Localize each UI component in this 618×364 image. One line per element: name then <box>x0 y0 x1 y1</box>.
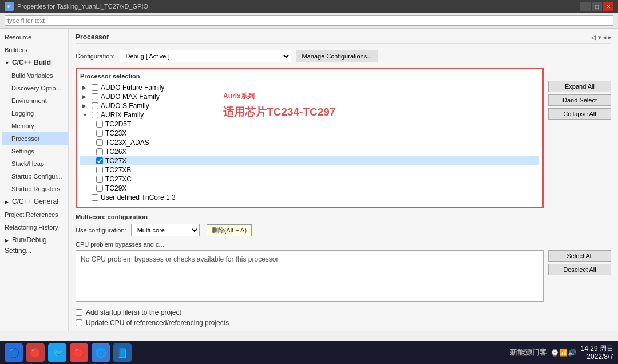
use-config-select[interactable]: Multi-core <box>131 224 200 236</box>
proc-user-defined-1-3-1[interactable]: User defined TriCore 1.3.1 <box>80 202 539 203</box>
update-cpu-checkbox[interactable] <box>76 319 82 326</box>
sidebar-item-cpp-build[interactable]: ▼ C/C++ Build <box>0 56 68 69</box>
sidebar-item-refactoring-history[interactable]: Refactoring History <box>0 221 68 234</box>
minimize-button[interactable]: — <box>580 2 591 11</box>
manage-configurations-button[interactable]: Manage Configurations... <box>296 50 379 62</box>
audo-max-checkbox[interactable] <box>92 93 98 100</box>
bottom-checkboxes: Add startup file(s) to the project Updat… <box>76 308 611 327</box>
add-startup-checkbox[interactable] <box>76 309 82 316</box>
filter-input[interactable] <box>5 15 613 26</box>
config-select[interactable]: Debug [ Active ] <box>120 50 291 62</box>
taskbar-btn-3[interactable]: 🐦 <box>48 343 66 362</box>
sidebar-item-resource[interactable]: Resource <box>0 31 68 43</box>
tc27xc-checkbox[interactable] <box>96 176 103 183</box>
cpp-build-group: Build Variables Discovery Optio... Envir… <box>0 69 68 195</box>
tc23x-checkbox[interactable] <box>96 130 103 137</box>
delete-tooltip: 删除(Alt + A) <box>207 224 252 236</box>
proc-tc27xb[interactable]: TC27XB <box>80 165 539 175</box>
cpu-problem-box: No CPU problem bypasses or checks availa… <box>76 250 544 302</box>
audo-max-label: AUDO MAX Family <box>101 93 160 101</box>
aurix-label: AURIX Family <box>101 111 144 119</box>
sidebar-item-processor[interactable]: Processor <box>2 132 68 145</box>
sidebar-item-environment[interactable]: Environment <box>2 94 68 107</box>
sidebar-item-startup-config[interactable]: Startup Configur... <box>2 170 68 183</box>
tc27x-checkbox[interactable] <box>96 157 103 164</box>
taskbar-btn-5[interactable]: 🌐 <box>92 343 110 362</box>
audo-s-checkbox[interactable] <box>92 102 98 109</box>
proc-user-defined-1-3[interactable]: User defined TriCore 1.3 <box>80 193 539 202</box>
prev-icon[interactable]: ◂ <box>603 34 606 41</box>
processor-side-buttons: Expand All Dand Select Collapse All <box>548 68 611 213</box>
cpu-problem-label: CPU problem bypasses and c... <box>76 241 611 248</box>
tc2d5t-label: TC2D5T <box>105 120 131 128</box>
cpp-general-arrow: ▶ <box>5 197 10 207</box>
taskbar-btn-6[interactable]: 📘 <box>113 343 132 362</box>
tc2d5t-checkbox[interactable] <box>96 121 103 128</box>
tc27xc-label: TC27XC <box>105 175 132 183</box>
taskbar-btn-4[interactable]: 🔴 <box>70 343 88 362</box>
audo-future-checkbox[interactable] <box>92 84 98 91</box>
select-all-button[interactable]: Select All <box>548 250 611 262</box>
sidebar-item-settings[interactable]: Settings <box>2 145 68 157</box>
processor-panel-title: Processor selection <box>80 73 539 80</box>
tc27xb-checkbox[interactable] <box>96 167 103 173</box>
configuration-row: Configuration: Debug [ Active ] Manage C… <box>76 50 611 62</box>
expand-all-button[interactable]: Expand All <box>548 81 611 92</box>
cpp-build-label: C/C++ Build <box>12 58 51 66</box>
proc-family-audo-s[interactable]: ▶ AUDO S Family <box>80 101 539 110</box>
maximize-button[interactable]: □ <box>592 2 602 11</box>
taskbar-icons: ⌚📶🔊 <box>550 349 576 357</box>
proc-tc27xc[interactable]: TC27XC <box>80 175 539 184</box>
taskbar-btn-1[interactable]: 🔵 <box>5 343 23 362</box>
tc26x-checkbox[interactable] <box>96 148 103 155</box>
sidebar-item-startup-registers[interactable]: Startup Registers <box>2 183 68 195</box>
close-button[interactable]: ✕ <box>603 2 613 11</box>
toolbar <box>0 13 618 29</box>
taskbar-btn-2[interactable]: 🔴 <box>26 343 45 362</box>
sidebar-item-project-references[interactable]: Project References <box>0 208 68 221</box>
taskbar-watermark: 新能源门客 <box>510 347 547 358</box>
band-select-button[interactable]: Dand Select <box>548 94 611 106</box>
deselect-all-button[interactable]: Deselect All <box>548 264 611 275</box>
processor-panel: Processor selection ▶ AUDO Future Family… <box>76 68 544 208</box>
cpu-problem-text: No CPU problem bypasses or checks availa… <box>81 255 278 263</box>
sidebar-item-memory[interactable]: Memory <box>2 120 68 132</box>
proc-tc26x[interactable]: TC26X <box>80 147 539 156</box>
next-icon[interactable]: ▸ <box>608 34 611 41</box>
sidebar: Resource Builders ▼ C/C++ Build Build Va… <box>0 29 69 331</box>
proc-tc29x[interactable]: TC29X <box>80 184 539 193</box>
add-startup-row: Add startup file(s) to the project <box>76 308 611 316</box>
proc-tc2d5t[interactable]: TC2D5T <box>80 120 539 129</box>
run-debug-arrow: ▶ <box>5 235 10 246</box>
use-config-label: Use configuration: <box>76 227 126 234</box>
tc29x-checkbox[interactable] <box>96 185 103 192</box>
proc-tc23x[interactable]: TC23X <box>80 129 539 138</box>
collapse-all-button[interactable]: Collapse All <box>548 108 611 120</box>
sidebar-item-logging[interactable]: Logging <box>2 107 68 120</box>
user-1-3-checkbox[interactable] <box>92 194 98 201</box>
proc-family-audo-future[interactable]: ▶ AUDO Future Family <box>80 83 539 92</box>
sidebar-item-build-variables[interactable]: Build Variables <box>2 69 68 82</box>
aurix-checkbox[interactable] <box>92 112 98 118</box>
taskbar-time: 14:29 周日 2022/8/7 <box>581 345 613 361</box>
dropdown-icon[interactable]: ▾ <box>598 34 601 41</box>
taskbar-date-value: 2022/8/7 <box>581 353 613 361</box>
sidebar-item-cpp-general[interactable]: ▶ C/C++ General <box>0 195 68 208</box>
page-title: Processor <box>76 33 109 41</box>
back-icon[interactable]: ◁ <box>591 34 596 41</box>
sidebar-item-run-debug[interactable]: ▶ Run/Debug Setting... <box>0 234 68 257</box>
proc-family-audo-max[interactable]: ▶ AUDO MAX Family <box>80 92 539 101</box>
tc23x-adas-checkbox[interactable] <box>96 139 103 146</box>
proc-tc27x[interactable]: TC27X <box>80 156 539 165</box>
update-cpu-row: Update CPU of referenced/referencing pro… <box>76 319 611 327</box>
cpp-general-label: C/C++ General <box>12 197 58 205</box>
sidebar-item-builders[interactable]: Builders <box>0 43 68 56</box>
multicore-title: Multi-core configuration <box>76 213 611 220</box>
processor-panel-wrapper: Processor selection ▶ AUDO Future Family… <box>76 68 611 213</box>
sidebar-item-stack-heap[interactable]: Stack/Heap <box>2 157 68 170</box>
proc-tc23x-adas[interactable]: TC23X_ADAS <box>80 138 539 147</box>
sidebar-item-discovery[interactable]: Discovery Optio... <box>2 82 68 94</box>
proc-family-aurix[interactable]: ▼ AURIX Family <box>80 110 539 120</box>
audo-s-label: AUDO S Family <box>101 102 149 110</box>
tc27x-label: TC27X <box>105 157 126 165</box>
